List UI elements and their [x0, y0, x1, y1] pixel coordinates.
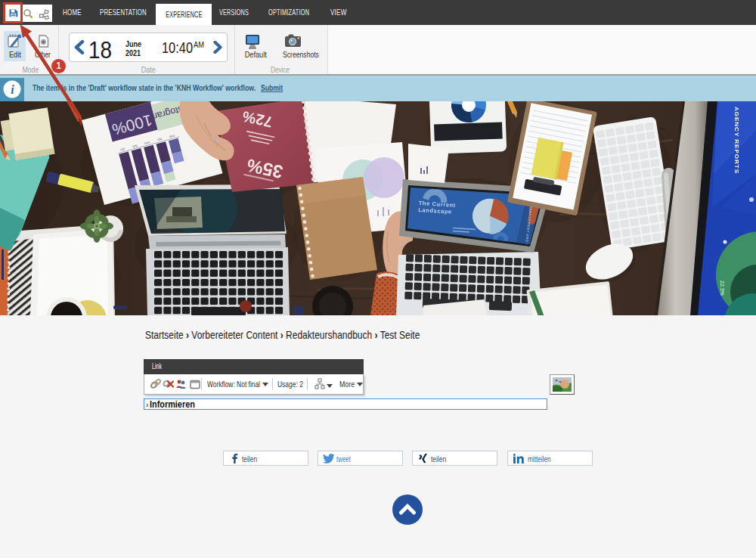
svg-text:22.3%: 22.3% — [720, 281, 725, 296]
svg-text:AGENCY REPORTS: AGENCY REPORTS — [733, 107, 740, 174]
